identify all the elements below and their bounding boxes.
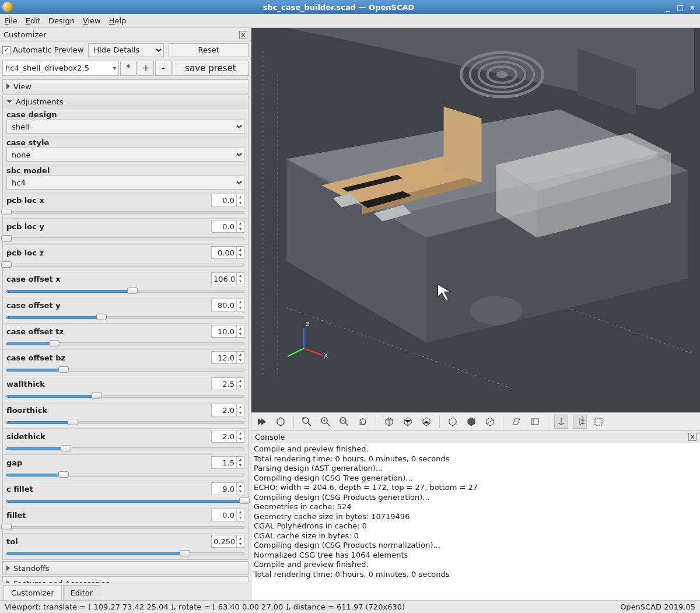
spin-up-icon[interactable]: ▴ — [237, 404, 244, 410]
console-close-button[interactable]: x — [688, 433, 696, 441]
field-input-cfillet[interactable] — [212, 483, 236, 495]
field-input-case_off_bz[interactable] — [212, 352, 236, 363]
preset-select[interactable]: hc4_shell_drivebox2.5 ▾ — [2, 61, 119, 76]
field-spinner-sidethick[interactable]: ▴▾ — [211, 430, 244, 443]
field-spinner-cfillet[interactable]: ▴▾ — [211, 482, 244, 495]
customizer-close-button[interactable]: x — [239, 31, 247, 39]
field-slider-case_off_x[interactable] — [6, 286, 244, 296]
field-spinner-case_off_tz[interactable]: ▴▾ — [211, 325, 244, 338]
field-select-sbc_model[interactable]: hc4 — [6, 176, 244, 190]
spin-up-icon[interactable]: ▴ — [237, 457, 244, 463]
field-slider-gap[interactable] — [6, 470, 244, 479]
spin-up-icon[interactable]: ▴ — [237, 273, 244, 279]
view-top-icon[interactable] — [401, 415, 415, 429]
view-left-icon[interactable] — [446, 415, 460, 429]
spin-down-icon[interactable]: ▾ — [237, 515, 244, 521]
spin-down-icon[interactable]: ▾ — [237, 410, 244, 416]
field-slider-tol[interactable] — [6, 549, 244, 558]
window-minimize-button[interactable]: _ — [663, 2, 673, 12]
spin-down-icon[interactable]: ▾ — [237, 489, 244, 495]
spin-down-icon[interactable]: ▾ — [237, 384, 244, 390]
save-preset-button[interactable]: save preset — [173, 61, 249, 76]
menu-file[interactable]: File — [5, 16, 18, 25]
field-input-pcb_loc_x[interactable] — [212, 194, 236, 206]
field-input-pcb_loc_z[interactable] — [212, 247, 236, 258]
show-scale-icon[interactable]: 110 — [573, 415, 587, 429]
zoom-fit-icon[interactable] — [300, 415, 314, 429]
section-view-header[interactable]: View — [3, 80, 248, 93]
field-slider-wallthick[interactable] — [6, 391, 244, 401]
spin-down-icon[interactable]: ▾ — [237, 200, 244, 206]
section-standoffs-header[interactable]: Standoffs — [3, 562, 248, 575]
view-right-icon[interactable] — [382, 415, 396, 429]
field-slider-case_off_y[interactable] — [6, 313, 244, 322]
spin-up-icon[interactable]: ▴ — [237, 509, 244, 515]
preset-remove-button[interactable]: - — [155, 61, 172, 76]
field-input-case_off_tz[interactable] — [212, 325, 236, 337]
3d-viewport[interactable]: z x — [251, 28, 700, 412]
zoom-out-icon[interactable] — [337, 415, 351, 429]
spin-down-icon[interactable]: ▾ — [237, 331, 244, 337]
field-input-floorthick[interactable] — [212, 404, 236, 416]
orthographic-icon[interactable] — [528, 415, 542, 429]
field-spinner-fillet[interactable]: ▴▾ — [211, 509, 244, 521]
field-spinner-pcb_loc_y[interactable]: ▴▾ — [211, 220, 244, 233]
field-spinner-pcb_loc_x[interactable]: ▴▾ — [211, 194, 244, 206]
console-output[interactable]: Compile and preview finished.Total rende… — [251, 443, 700, 600]
field-spinner-case_off_bz[interactable]: ▴▾ — [211, 351, 244, 364]
tab-customizer[interactable]: Customizer — [4, 585, 62, 600]
menu-view[interactable]: View — [83, 16, 101, 25]
field-input-wallthick[interactable] — [212, 378, 236, 390]
reset-view-icon[interactable] — [356, 415, 370, 429]
field-spinner-floorthick[interactable]: ▴▾ — [211, 404, 244, 416]
spin-up-icon[interactable]: ▴ — [237, 194, 244, 200]
spin-up-icon[interactable]: ▴ — [237, 352, 244, 358]
spin-up-icon[interactable]: ▴ — [237, 483, 244, 489]
show-crosshair-icon[interactable] — [592, 415, 606, 429]
window-close-button[interactable]: × — [687, 2, 698, 12]
field-slider-pcb_loc_z[interactable] — [6, 260, 244, 269]
spin-up-icon[interactable]: ▴ — [237, 430, 244, 436]
field-spinner-gap[interactable]: ▴▾ — [211, 456, 244, 469]
field-input-sidethick[interactable] — [212, 430, 236, 442]
spin-down-icon[interactable]: ▾ — [237, 463, 244, 468]
spin-down-icon[interactable]: ▾ — [237, 226, 244, 232]
spin-up-icon[interactable]: ▴ — [237, 220, 244, 226]
spin-down-icon[interactable]: ▾ — [237, 541, 244, 547]
field-select-case_style[interactable]: none — [6, 148, 244, 162]
menu-help[interactable]: Help — [109, 16, 127, 25]
auto-preview-checkbox[interactable]: ✓ — [2, 46, 10, 54]
spin-up-icon[interactable]: ▴ — [237, 299, 244, 305]
field-spinner-wallthick[interactable]: ▴▾ — [211, 377, 244, 390]
render-icon[interactable] — [274, 415, 288, 429]
field-input-case_off_y[interactable] — [212, 299, 236, 311]
field-slider-pcb_loc_y[interactable] — [6, 234, 244, 243]
field-slider-fillet[interactable] — [6, 523, 244, 532]
view-front-icon[interactable] — [464, 415, 478, 429]
spin-up-icon[interactable]: ▴ — [237, 325, 244, 331]
spin-up-icon[interactable]: ▴ — [237, 535, 244, 541]
spin-down-icon[interactable]: ▾ — [237, 279, 244, 285]
field-slider-pcb_loc_x[interactable] — [6, 208, 244, 217]
spin-down-icon[interactable]: ▾ — [237, 358, 244, 363]
field-spinner-pcb_loc_z[interactable]: ▴▾ — [211, 246, 244, 259]
spin-down-icon[interactable]: ▾ — [237, 253, 244, 258]
window-maximize-button[interactable]: □ — [675, 2, 685, 12]
field-input-case_off_x[interactable] — [212, 273, 236, 285]
view-back-icon[interactable] — [483, 415, 497, 429]
reset-button[interactable]: Reset — [169, 43, 249, 57]
field-select-case_design[interactable]: shell — [6, 120, 244, 134]
field-input-pcb_loc_y[interactable] — [212, 220, 236, 232]
field-slider-case_off_bz[interactable] — [6, 365, 244, 374]
spin-down-icon[interactable]: ▾ — [237, 436, 244, 442]
menu-design[interactable]: Design — [48, 16, 75, 25]
field-spinner-case_off_y[interactable]: ▴▾ — [211, 299, 244, 311]
field-slider-floorthick[interactable] — [6, 418, 244, 427]
perspective-icon[interactable] — [509, 415, 523, 429]
spin-up-icon[interactable]: ▴ — [237, 247, 244, 253]
menu-edit[interactable]: Edit — [26, 16, 40, 25]
tab-editor[interactable]: Editor — [63, 585, 100, 600]
spin-down-icon[interactable]: ▾ — [237, 305, 244, 311]
view-bottom-icon[interactable] — [419, 415, 433, 429]
spin-up-icon[interactable]: ▴ — [237, 378, 244, 384]
